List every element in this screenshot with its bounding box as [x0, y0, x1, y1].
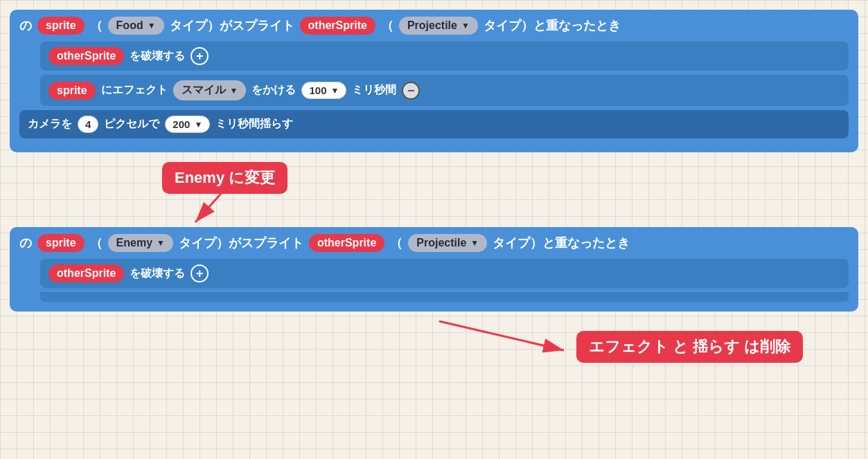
- block2-sprite-pill[interactable]: sprite: [37, 234, 85, 252]
- destroy-add-button[interactable]: +: [191, 47, 209, 65]
- block1-projectile-pill[interactable]: Projectile ▼: [399, 17, 478, 35]
- othersprite-destroy-pill[interactable]: otherSprite: [48, 47, 124, 65]
- callout1-box: Enemy に変更: [162, 162, 287, 194]
- block1-sprite-pill[interactable]: sprite: [37, 17, 85, 35]
- block1-panel: の sprite （ Food ▼ タイプ）がスプライト otherSprite…: [10, 10, 858, 152]
- block1-othersprite-pill[interactable]: otherSprite: [300, 17, 375, 35]
- svg-line-3: [439, 321, 564, 350]
- food-dropdown-arrow: ▼: [148, 21, 156, 30]
- block2-header: の sprite （ Enemy ▼ タイプ）がスプライト otherSprit…: [19, 234, 849, 252]
- callout2-box: エフェクト と 揺らす は削除: [576, 331, 803, 363]
- camera-ms-dropdown-arrow: ▼: [194, 120, 202, 129]
- block2-othersprite-pill[interactable]: otherSprite: [309, 234, 384, 252]
- block2-destroy-action: を破壊する: [130, 267, 185, 281]
- camera-pixel-suffix: ピクセルで: [104, 117, 159, 132]
- block2-prefix: の: [19, 235, 32, 251]
- effect-minus-button[interactable]: −: [402, 82, 420, 100]
- camera-action: ミリ秒間揺らす: [215, 117, 293, 132]
- block2-open-paren: （: [90, 235, 103, 251]
- block1-prefix: の: [19, 17, 32, 34]
- camera-prefix: カメラを: [28, 117, 72, 132]
- camera-row: カメラを 4 ピクセルで 200 ▼ ミリ秒間揺らす: [19, 110, 849, 138]
- effect-value-pill[interactable]: 100 ▼: [301, 82, 346, 99]
- block2-panel: の sprite （ Enemy ▼ タイプ）がスプライト otherSprit…: [10, 227, 858, 312]
- value-dropdown-arrow: ▼: [331, 86, 339, 96]
- effect-action-prefix: にエフェクト: [101, 83, 168, 98]
- block2-projectile-pill[interactable]: Projectile ▼: [408, 234, 487, 252]
- effect-action-suffix: ミリ秒間: [352, 83, 396, 98]
- block1-type-suffix: タイプ）がスプライト: [170, 17, 294, 34]
- smile-dropdown-arrow: ▼: [230, 86, 238, 96]
- svg-line-1: [195, 190, 224, 222]
- enemy-dropdown-arrow: ▼: [157, 238, 165, 248]
- block2-othersprite-destroy-pill[interactable]: otherSprite: [48, 264, 124, 282]
- main-content: の sprite （ Food ▼ タイプ）がスプライト otherSprite…: [0, 0, 868, 379]
- block2-destroy-row: otherSprite を破壊する +: [40, 259, 849, 288]
- callout1-container: Enemy に変更: [10, 156, 858, 226]
- smile-effect-pill[interactable]: スマイル ▼: [173, 80, 247, 100]
- callout1-arrow: [10, 156, 858, 226]
- block1-open-paren: （: [90, 17, 103, 34]
- destroy-row: otherSprite を破壊する +: [40, 42, 849, 71]
- sprite-effect-pill[interactable]: sprite: [48, 82, 96, 100]
- block2-projectile-dropdown-arrow: ▼: [470, 238, 479, 248]
- block1-open-paren2: （: [381, 17, 393, 34]
- effect-row: sprite にエフェクト スマイル ▼ をかける 100 ▼ ミリ秒間 −: [40, 75, 849, 106]
- effect-action-middle: をかける: [251, 83, 296, 98]
- projectile-dropdown-arrow: ▼: [461, 21, 470, 30]
- callout2-container: エフェクト と 揺らす は削除: [10, 314, 858, 370]
- block2-enemy-pill[interactable]: Enemy ▼: [108, 234, 173, 252]
- destroy-action: を破壊する: [130, 49, 185, 64]
- block1-type-suffix2: タイプ）と重なったとき: [484, 17, 621, 34]
- block2-destroy-add-button[interactable]: +: [191, 264, 209, 282]
- block1-header: の sprite （ Food ▼ タイプ）がスプライト otherSprite…: [19, 17, 849, 35]
- block2-type-suffix2: タイプ）と重なったとき: [493, 235, 630, 251]
- camera-ms-value[interactable]: 200 ▼: [165, 116, 210, 133]
- block2-open-paren2: （: [390, 235, 402, 251]
- block2-type-suffix: タイプ）がスプライト: [179, 235, 303, 251]
- camera-pixel-value[interactable]: 4: [78, 116, 98, 133]
- block1-food-pill[interactable]: Food ▼: [108, 17, 164, 35]
